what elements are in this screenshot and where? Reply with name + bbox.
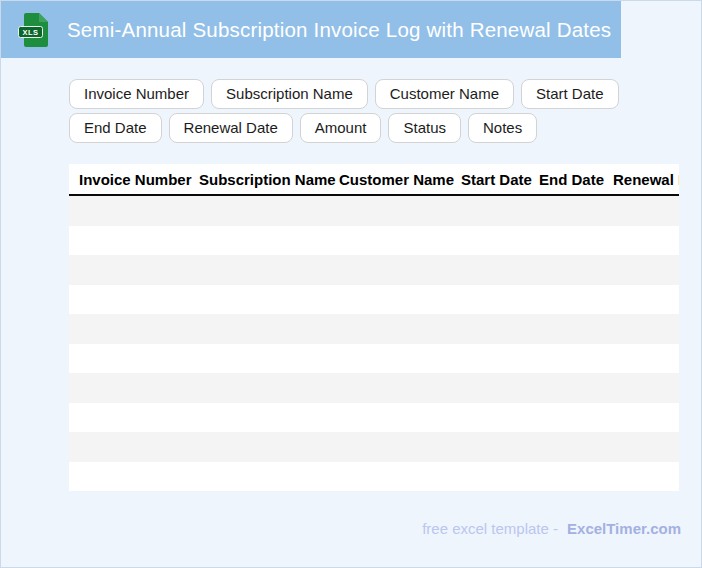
table-header-row: Invoice NumberSubscription NameCustomer … [69, 164, 679, 195]
footer-tagline: free excel template - [422, 520, 558, 537]
table-row [69, 195, 679, 226]
column-chip[interactable]: Customer Name [375, 79, 514, 109]
table-header-cell: End Date [539, 164, 613, 195]
footer: free excel template - ExcelTimer.com [422, 520, 681, 537]
table-row [69, 373, 679, 403]
footer-brand-link[interactable]: ExcelTimer.com [567, 520, 681, 537]
empty-row-cell [69, 462, 679, 492]
table-row [69, 432, 679, 462]
table-body [69, 195, 679, 491]
table-header-cell: Invoice Number [69, 164, 199, 195]
table-header-cell: Renewal Date [613, 164, 679, 195]
table-row [69, 403, 679, 433]
empty-row-cell [69, 344, 679, 374]
empty-row-cell [69, 432, 679, 462]
table-row [69, 285, 679, 315]
empty-row-cell [69, 373, 679, 403]
column-chip[interactable]: Status [388, 113, 461, 143]
column-chip[interactable]: Start Date [521, 79, 619, 109]
table-header-cell: Customer Name [339, 164, 461, 195]
page-title: Semi-Annual Subscription Invoice Log wit… [67, 18, 611, 42]
empty-row-cell [69, 226, 679, 256]
column-chip[interactable]: Subscription Name [211, 79, 368, 109]
table-row [69, 462, 679, 492]
column-chip[interactable]: Amount [300, 113, 382, 143]
empty-row-cell [69, 314, 679, 344]
invoice-log-table-container: Invoice NumberSubscription NameCustomer … [69, 164, 679, 491]
title-banner: XLS Semi-Annual Subscription Invoice Log… [1, 1, 621, 58]
table-header-cell: Subscription Name [199, 164, 339, 195]
table-row [69, 226, 679, 256]
column-chip[interactable]: End Date [69, 113, 162, 143]
xls-file-icon: XLS [18, 11, 50, 49]
table-header-cell: Start Date [461, 164, 539, 195]
svg-text:XLS: XLS [22, 28, 38, 37]
column-chip[interactable]: Invoice Number [69, 79, 204, 109]
column-chip[interactable]: Renewal Date [169, 113, 293, 143]
table-row [69, 255, 679, 285]
column-chip[interactable]: Notes [468, 113, 537, 143]
column-chip-list: Invoice NumberSubscription NameCustomer … [69, 79, 669, 143]
table-row [69, 344, 679, 374]
empty-row-cell [69, 403, 679, 433]
invoice-log-table: Invoice NumberSubscription NameCustomer … [69, 164, 679, 491]
empty-row-cell [69, 195, 679, 226]
empty-row-cell [69, 285, 679, 315]
table-row [69, 314, 679, 344]
empty-row-cell [69, 255, 679, 285]
